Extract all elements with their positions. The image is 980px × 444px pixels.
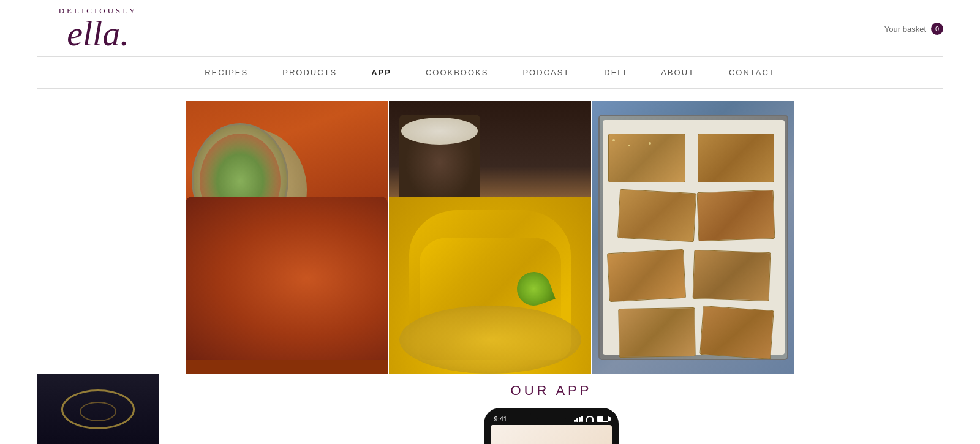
nav-item-app[interactable]: APP: [354, 68, 409, 77]
nav-item-contact[interactable]: CONTACT: [712, 68, 793, 77]
logo-ella: ella.: [67, 16, 129, 51]
bottom-section: OUR APP 9:41: [0, 374, 980, 444]
nav-item-deli[interactable]: DELI: [587, 68, 644, 77]
site-header: DELICIOUSLY ella. Your basket 0: [0, 0, 980, 51]
phone-time: 9:41: [494, 415, 507, 423]
nav-item-about[interactable]: ABOUT: [644, 68, 712, 77]
main-nav: RECIPES PRODUCTS APP COOKBOOKS PODCAST D…: [37, 57, 943, 88]
food-image-1[interactable]: [186, 101, 388, 374]
phone-mockup: 9:41: [484, 408, 619, 444]
our-app-title: OUR APP: [511, 383, 592, 399]
image-grid: [0, 101, 980, 374]
our-app-section: OUR APP 9:41: [159, 374, 943, 444]
food-image-2[interactable]: [389, 101, 591, 374]
food-image-3[interactable]: [592, 101, 794, 374]
basket-count: 0: [931, 23, 943, 35]
logo[interactable]: DELICIOUSLY ella.: [37, 6, 159, 51]
content-area: OUR APP 9:41: [0, 101, 980, 444]
nav-wrapper: RECIPES PRODUCTS APP COOKBOOKS PODCAST D…: [37, 56, 943, 89]
nav-item-products[interactable]: PRODUCTS: [265, 68, 354, 77]
nav-item-cookbooks[interactable]: COOKBOOKS: [409, 68, 506, 77]
basket-label: Your basket: [884, 24, 926, 34]
nav-item-podcast[interactable]: PODCAST: [505, 68, 587, 77]
partial-person-image: [37, 374, 159, 444]
nav-item-recipes[interactable]: RECIPES: [187, 68, 265, 77]
basket[interactable]: Your basket 0: [884, 23, 943, 35]
